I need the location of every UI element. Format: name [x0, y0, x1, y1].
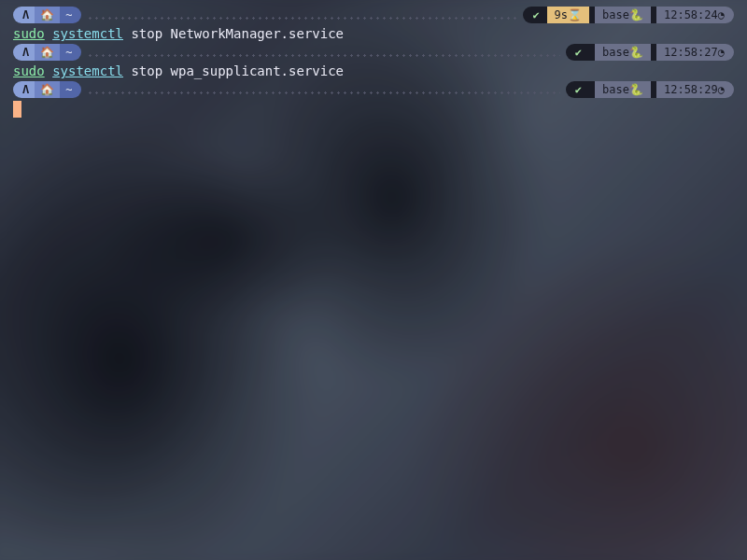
sudo-keyword: sudo — [13, 62, 45, 80]
clock-icon: ◔ — [718, 6, 725, 24]
status-segment: ✔ — [566, 44, 589, 61]
time-segment: 12:58:24 ◔ — [656, 7, 734, 23]
time-segment: 12:58:29 ◔ — [656, 81, 734, 98]
terminal[interactable]: Λ 🏠 ~ ✔ 9s ⌛ base 🐍 12:58:24 ◔ sudo syst… — [0, 0, 747, 560]
conda-env-segment: base 🐍 — [595, 7, 651, 23]
clock-icon: ◔ — [718, 43, 725, 62]
filler-dots — [87, 7, 517, 23]
command-line: sudo systemctl stop wpa_supplicant.servi… — [13, 62, 734, 80]
prompt-line: Λ 🏠 ~ ✔ base 🐍 12:58:27 ◔ — [13, 43, 734, 62]
command-program: systemctl — [52, 62, 123, 80]
arch-icon: Λ — [13, 81, 35, 98]
clock-icon: ◔ — [718, 80, 725, 99]
status-segment: ✔ — [566, 81, 589, 98]
cwd-segment: ~ — [60, 81, 81, 98]
time-segment: 12:58:27 ◔ — [656, 44, 734, 61]
conda-env-segment: base 🐍 — [595, 81, 651, 98]
right-prompt: ✔ base 🐍 12:58:27 ◔ — [566, 44, 734, 61]
python-icon: 🐍 — [629, 80, 643, 99]
hourglass-icon: ⌛ — [568, 6, 582, 24]
right-prompt: ✔ 9s ⌛ base 🐍 12:58:24 ◔ — [523, 7, 734, 23]
input-line[interactable] — [13, 99, 734, 118]
python-icon: 🐍 — [629, 6, 643, 24]
check-icon: ✔ — [575, 43, 582, 62]
left-prompt: Λ 🏠 ~ — [13, 7, 81, 23]
command-args: stop wpa_supplicant.service — [123, 62, 344, 80]
command-line: sudo systemctl stop NetworkManager.servi… — [13, 24, 734, 43]
cwd-segment: ~ — [60, 7, 81, 23]
prompt-line: Λ 🏠 ~ ✔ base 🐍 12:58:29 ◔ — [13, 80, 734, 99]
command-program: systemctl — [52, 24, 123, 43]
status-segment: ✔ — [523, 7, 546, 23]
arch-icon: Λ — [13, 7, 35, 23]
command-args: stop NetworkManager.service — [123, 24, 344, 43]
filler-dots — [87, 44, 559, 61]
left-prompt: Λ 🏠 ~ — [13, 81, 81, 98]
home-icon: 🏠 — [35, 44, 60, 61]
right-prompt: ✔ base 🐍 12:58:29 ◔ — [566, 81, 734, 98]
check-icon: ✔ — [532, 6, 539, 24]
sudo-keyword: sudo — [13, 24, 45, 43]
conda-env-segment: base 🐍 — [595, 44, 651, 61]
home-icon: 🏠 — [35, 81, 60, 98]
python-icon: 🐍 — [629, 43, 643, 62]
arch-icon: Λ — [13, 44, 35, 61]
check-icon: ✔ — [575, 80, 582, 99]
left-prompt: Λ 🏠 ~ — [13, 44, 81, 61]
cwd-segment: ~ — [60, 44, 81, 61]
cursor — [13, 101, 21, 118]
duration-segment: 9s ⌛ — [547, 7, 589, 23]
prompt-line: Λ 🏠 ~ ✔ 9s ⌛ base 🐍 12:58:24 ◔ — [13, 6, 734, 24]
filler-dots — [87, 81, 559, 98]
home-icon: 🏠 — [35, 7, 60, 23]
